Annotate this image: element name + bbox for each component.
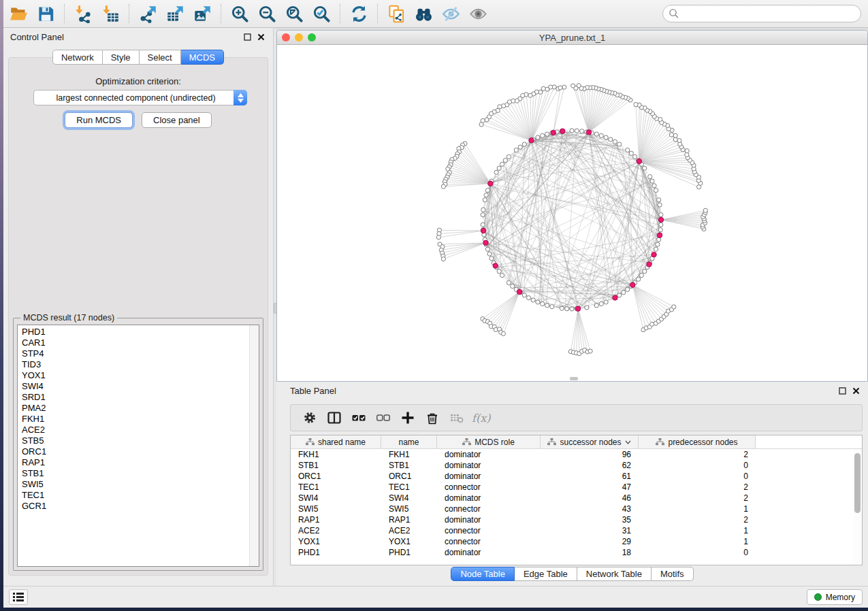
save-session-button[interactable] — [32, 2, 59, 25]
cell-mcds_role: dominator — [437, 471, 541, 482]
unselect-all-button[interactable] — [371, 407, 396, 429]
memory-button[interactable]: Memory — [807, 589, 863, 605]
export-image-button[interactable] — [189, 2, 216, 25]
eye-slash-icon — [442, 5, 460, 23]
mcds-result-item[interactable]: STB1 — [18, 468, 259, 479]
export-network-button[interactable] — [134, 2, 161, 25]
table-row[interactable]: ORC1ORC1dominator610 — [291, 471, 862, 482]
column-label: successor nodes — [560, 437, 621, 447]
tab-network-table[interactable]: Network Table — [577, 567, 652, 581]
column-header-shared-name[interactable]: shared name — [291, 435, 381, 448]
column-header-MCDS-role[interactable]: MCDS role — [437, 435, 541, 448]
table-row[interactable]: RAP1RAP1dominator352 — [291, 514, 862, 525]
mcds-result-item[interactable]: RAP1 — [18, 457, 259, 468]
show-panels-button[interactable] — [9, 589, 28, 605]
mcds-result-item[interactable]: SWI4 — [18, 381, 259, 392]
mcds-result-item[interactable]: PHD1 — [18, 327, 259, 337]
mcds-result-item[interactable]: ORC1 — [18, 446, 259, 457]
mcds-result-item[interactable]: YOX1 — [18, 370, 259, 381]
tab-style[interactable]: Style — [103, 50, 140, 65]
mcds-result-item[interactable]: SRD1 — [18, 392, 259, 403]
cell-predecessors: 2 — [639, 482, 756, 493]
optimization-criterion-value: largest connected component (undirected) — [34, 93, 234, 103]
mcds-list-scrollbar[interactable] — [249, 325, 259, 566]
application-window: Control Panel Optimization criterion: la… — [3, 0, 868, 608]
tab-mcds[interactable]: MCDS — [181, 50, 224, 65]
network-canvas[interactable] — [277, 45, 867, 381]
select-all-button[interactable] — [347, 407, 371, 429]
cell-mcds_role: dominator — [437, 460, 541, 471]
close-table-panel-icon[interactable] — [852, 386, 860, 395]
float-panel-icon[interactable] — [243, 33, 251, 41]
cell-successors: 61 — [541, 471, 639, 482]
add-row-button[interactable] — [396, 407, 420, 429]
zoom-in-button[interactable] — [226, 2, 253, 25]
table-row[interactable]: YOX1YOX1connector291 — [291, 536, 862, 547]
tab-motifs[interactable]: Motifs — [652, 567, 694, 581]
cell-mcds_role: dominator — [437, 449, 541, 460]
tab-edge-table[interactable]: Edge Table — [515, 567, 577, 581]
function-builder-button: f(x) — [469, 407, 494, 429]
zoom-out-button[interactable] — [253, 2, 280, 25]
zoom-fit-icon — [285, 5, 304, 23]
cell-successors: 35 — [541, 514, 639, 525]
unselect-all-icon — [376, 411, 390, 425]
mcds-result-item[interactable]: STP4 — [18, 348, 259, 359]
table-settings-button[interactable] — [298, 407, 322, 429]
column-header-predecessor-nodes[interactable]: predecessor nodes — [639, 435, 756, 448]
cell-name: PHD1 — [381, 547, 437, 558]
cell-shared_name: ORC1 — [291, 471, 381, 482]
network-graph[interactable] — [277, 45, 867, 381]
export-table-button[interactable] — [161, 2, 189, 25]
mcds-result-item[interactable]: PMA2 — [18, 403, 259, 414]
mcds-result-item[interactable]: SWI5 — [18, 479, 259, 490]
mcds-result-item[interactable]: FKH1 — [18, 414, 259, 425]
mcds-result-item[interactable]: GCR1 — [18, 501, 259, 512]
run-mcds-button[interactable]: Run MCDS — [65, 112, 133, 128]
mcds-result-list[interactable]: PHD1CAR1STP4TID3YOX1SWI4SRD1PMA2FKH1ACE2… — [17, 325, 259, 567]
network-hscrollbar-thumb[interactable] — [570, 377, 578, 380]
mcds-result-item[interactable]: STB5 — [18, 435, 259, 446]
mcds-result-item[interactable]: TEC1 — [18, 490, 259, 501]
delete-row-button[interactable] — [420, 407, 445, 429]
import-network-button[interactable] — [69, 2, 97, 25]
cell-predecessors: 1 — [639, 536, 756, 547]
import-table-button[interactable] — [97, 2, 124, 25]
close-panel-icon[interactable] — [257, 33, 265, 41]
plus-icon — [401, 411, 415, 425]
optimization-criterion-select[interactable]: largest connected component (undirected) — [33, 90, 247, 105]
column-header-successor-nodes[interactable]: successor nodes — [541, 435, 639, 448]
table-row[interactable]: SWI4SWI4dominator462 — [291, 493, 862, 503]
close-panel-button[interactable]: Close panel — [142, 112, 212, 128]
mcds-result-item[interactable]: ACE2 — [18, 425, 259, 435]
tab-network[interactable]: Network — [52, 50, 103, 65]
table-vscrollbar[interactable] — [854, 450, 861, 564]
open-file-button[interactable] — [5, 2, 32, 25]
hide-unselected-button[interactable] — [437, 2, 464, 25]
table-vscrollbar-thumb[interactable] — [854, 453, 861, 513]
search-input[interactable] — [662, 5, 861, 22]
table-row[interactable]: SWI5SWI5connector431 — [291, 503, 862, 514]
tab-node-table[interactable]: Node Table — [451, 567, 515, 581]
show-all-button[interactable] — [464, 2, 492, 25]
zoom-fit-button[interactable] — [280, 2, 308, 25]
column-header-name[interactable]: name — [381, 435, 437, 448]
cell-mcds_role: connector — [437, 482, 541, 493]
table-row[interactable]: FKH1FKH1dominator962 — [291, 449, 862, 460]
refresh-button[interactable] — [345, 2, 372, 25]
table-row[interactable]: PHD1PHD1dominator180 — [291, 547, 862, 558]
column-layout-button[interactable] — [322, 407, 347, 429]
table-row[interactable]: TEC1TEC1connector472 — [291, 482, 862, 493]
copy-network-button[interactable] — [383, 2, 410, 25]
mcds-result-item[interactable]: CAR1 — [18, 337, 259, 348]
tab-select[interactable]: Select — [140, 50, 181, 65]
cell-mcds_role: connector — [437, 536, 541, 547]
cell-successors: 47 — [541, 482, 639, 493]
find-button[interactable] — [410, 2, 437, 25]
zoom-selected-button[interactable] — [308, 2, 335, 25]
float-table-panel-icon[interactable] — [838, 386, 846, 395]
table-row[interactable]: STB1STB1dominator620 — [291, 460, 862, 471]
memory-status-icon — [814, 593, 822, 601]
mcds-result-item[interactable]: TID3 — [18, 359, 259, 370]
table-row[interactable]: ACE2ACE2connector311 — [291, 525, 862, 536]
